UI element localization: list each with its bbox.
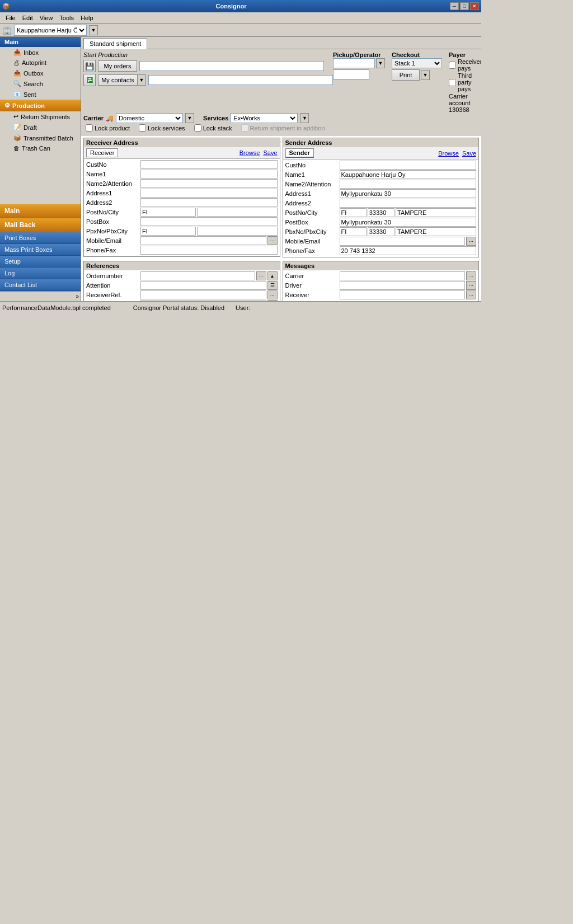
- receiver-phone-input[interactable]: [140, 246, 278, 255]
- driver-message-input[interactable]: [340, 281, 466, 290]
- print-button[interactable]: Print: [392, 69, 420, 81]
- tab-standard-shipment[interactable]: Standard shipment: [83, 38, 147, 49]
- sender-postbox-input[interactable]: [340, 218, 477, 227]
- ordernumber-ellipsis[interactable]: ···: [256, 271, 266, 280]
- save-icon-btn[interactable]: 💾: [83, 60, 96, 72]
- receiver-message-input[interactable]: [340, 290, 466, 299]
- receiver-mobile-input[interactable]: [140, 236, 266, 245]
- carrier-dropdown-arrow[interactable]: ▼: [185, 113, 194, 123]
- sidebar-print-boxes-button[interactable]: Print Boxes: [0, 232, 81, 244]
- sender-name2-input[interactable]: [340, 180, 477, 189]
- receiverref-input[interactable]: [140, 290, 266, 299]
- ordernumber-input[interactable]: [140, 271, 255, 280]
- carrier-select[interactable]: Domestic: [116, 113, 183, 123]
- menu-file[interactable]: File: [2, 13, 19, 22]
- lock-stack-checkbox[interactable]: [194, 124, 201, 132]
- sender-pbxno-input[interactable]: [368, 227, 394, 236]
- sender-postno-input[interactable]: [368, 208, 394, 217]
- sender-tab[interactable]: Sender: [285, 148, 314, 158]
- sender-pbx-country-input[interactable]: [340, 227, 367, 236]
- sidebar-item-inbox[interactable]: 📥 Inbox: [0, 47, 81, 58]
- pickup-date-input[interactable]: 29.05.2013: [333, 58, 375, 68]
- ordernumber-up[interactable]: ▲: [267, 271, 278, 280]
- sidebar-contact-list-button[interactable]: Contact List: [0, 279, 81, 291]
- receiver-postnocity-input[interactable]: [197, 208, 278, 217]
- menu-edit[interactable]: Edit: [19, 13, 36, 22]
- close-button[interactable]: ✕: [470, 2, 479, 10]
- minimize-button[interactable]: ─: [450, 2, 459, 10]
- receiver-name1-input[interactable]: [140, 170, 278, 179]
- receiver-message-ellipsis[interactable]: ···: [466, 290, 476, 299]
- sender-country-input[interactable]: [340, 208, 367, 217]
- sender-custno-input[interactable]: [340, 161, 477, 170]
- services-dropdown-arrow[interactable]: ▼: [300, 113, 309, 123]
- operator-input[interactable]: ole: [333, 69, 369, 79]
- my-orders-button[interactable]: My orders: [98, 60, 137, 72]
- menu-help[interactable]: Help: [77, 13, 97, 22]
- driver-message-ellipsis[interactable]: ···: [466, 281, 476, 290]
- sidebar-expand-button[interactable]: »: [0, 291, 81, 301]
- return-shipment-checkbox[interactable]: [241, 124, 248, 132]
- sender-browse-btn[interactable]: Browse: [438, 150, 459, 157]
- receiver-save-btn[interactable]: Save: [263, 149, 277, 156]
- sidebar-item-return-shipments[interactable]: ↩ Return Shipments: [0, 111, 81, 122]
- my-contacts-dropdown[interactable]: ▼: [137, 74, 146, 86]
- third-party-pays-checkbox[interactable]: [449, 79, 456, 86]
- sidebar-main-button[interactable]: Main: [0, 204, 81, 218]
- sidebar-mail-back-button[interactable]: Mail Back: [0, 218, 81, 232]
- sender-address1-input[interactable]: [340, 189, 477, 198]
- sidebar-item-trash[interactable]: 🗑 Trash Can: [0, 143, 81, 153]
- menu-view[interactable]: View: [36, 13, 57, 22]
- receiver-name2-input[interactable]: [140, 179, 278, 188]
- sidebar-item-sent[interactable]: 📧 Sent: [0, 89, 81, 100]
- sender-address2-input[interactable]: [340, 199, 477, 208]
- sender-name1-input[interactable]: [340, 170, 477, 179]
- project-input[interactable]: [140, 300, 266, 301]
- sender-mobile-input[interactable]: [340, 237, 466, 246]
- contacts-search-input[interactable]: [148, 75, 333, 85]
- attention-input[interactable]: [140, 281, 266, 290]
- checkout-select[interactable]: Stack 1: [392, 58, 442, 68]
- sidebar-item-production[interactable]: ⚙ Production: [0, 100, 81, 111]
- sender-mobile-ellipsis[interactable]: ···: [466, 237, 476, 246]
- sidebar-item-search[interactable]: 🔍 Search: [0, 78, 81, 89]
- receiver-pays-checkbox[interactable]: [449, 62, 456, 69]
- print-dropdown[interactable]: ▼: [421, 70, 430, 80]
- receiver-country-input[interactable]: [140, 208, 196, 217]
- my-contacts-button[interactable]: My contacts: [98, 74, 137, 86]
- sidebar-item-outbox[interactable]: 📤 Outbox: [0, 68, 81, 78]
- receiver-pbx-input[interactable]: [197, 227, 278, 236]
- sidebar-mass-print-boxes-button[interactable]: Mass Print Boxes: [0, 244, 81, 256]
- sender-phone-input[interactable]: [340, 246, 477, 255]
- sidebar-item-transmitted-batch[interactable]: 📦 Transmitted Batch: [0, 133, 81, 143]
- receiver-browse-btn[interactable]: Browse: [239, 149, 260, 156]
- sidebar-item-draft[interactable]: 📝 Draft: [0, 122, 81, 133]
- sidebar-log-button[interactable]: Log: [0, 268, 81, 279]
- carrier-message-input[interactable]: [340, 271, 466, 280]
- sender-pbxcity-input[interactable]: [396, 227, 476, 236]
- receiver-address2-input[interactable]: [140, 198, 278, 207]
- lock-product-checkbox[interactable]: [86, 124, 93, 132]
- receiver-postbox-input[interactable]: [140, 217, 278, 226]
- receiver-pbx-country-input[interactable]: [140, 227, 196, 236]
- project-scroll[interactable]: ▼: [267, 300, 278, 301]
- print-icon-btn[interactable]: 🖫: [83, 74, 96, 86]
- menu-tools[interactable]: Tools: [56, 13, 77, 22]
- attention-list[interactable]: ☰: [267, 281, 278, 290]
- carrier-message-ellipsis[interactable]: ···: [466, 271, 476, 280]
- receiverref-ellipsis[interactable]: ···: [267, 290, 278, 299]
- orders-search-input[interactable]: [139, 61, 324, 71]
- lock-services-checkbox[interactable]: [139, 124, 146, 132]
- sender-city-input[interactable]: [396, 208, 476, 217]
- sidebar-setup-button[interactable]: Setup: [0, 256, 81, 268]
- maximize-button[interactable]: □: [460, 2, 469, 10]
- receiver-mobile-ellipsis[interactable]: ···: [267, 236, 278, 245]
- pickup-date-dropdown[interactable]: ▼: [376, 58, 385, 68]
- form-scroll-area[interactable]: Receiver Address Receiver Browse Save: [81, 135, 481, 301]
- company-dropdown-arrow[interactable]: ▼: [89, 25, 98, 35]
- receiver-tab[interactable]: Receiver: [86, 148, 118, 157]
- services-select[interactable]: Ex•Works: [231, 113, 298, 123]
- company-dropdown[interactable]: Kauppahuone Harju Öy: [14, 25, 87, 36]
- sender-save-btn[interactable]: Save: [462, 150, 476, 157]
- sidebar-item-autoprint[interactable]: 🖨 Autoprint: [0, 58, 81, 68]
